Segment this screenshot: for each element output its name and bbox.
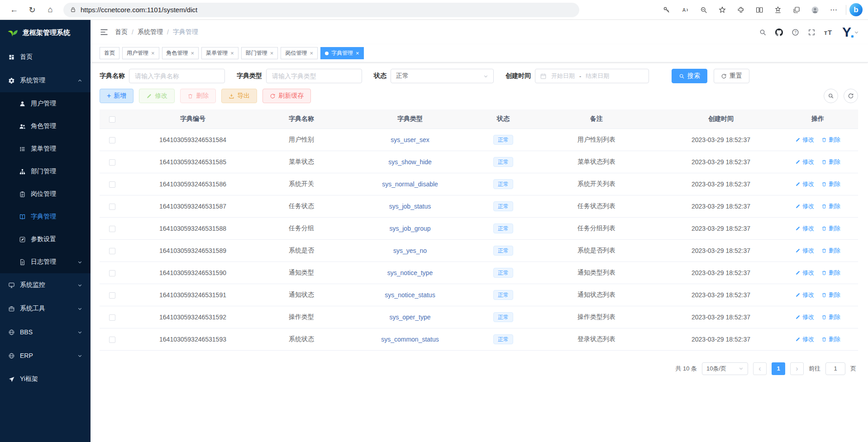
edit-row-link[interactable]: 修改	[795, 180, 814, 188]
delete-row-link[interactable]: 删除	[821, 313, 840, 321]
sidebar-item-dictionary[interactable]: 字典管理	[0, 205, 91, 228]
dict-type-link[interactable]: sys_job_group	[389, 225, 430, 232]
browser-refresh-button[interactable]: ↻	[24, 2, 41, 18]
delete-row-link[interactable]: 删除	[821, 224, 840, 233]
refresh-cache-button[interactable]: 刷新缓存	[262, 89, 311, 103]
sidebar-item-posts[interactable]: 岗位管理	[0, 183, 91, 205]
edit-row-link[interactable]: 修改	[795, 158, 814, 166]
tab-home[interactable]: 首页	[100, 47, 119, 59]
delete-row-link[interactable]: 删除	[821, 335, 840, 343]
delete-row-link[interactable]: 删除	[821, 269, 840, 277]
row-checkbox[interactable]	[109, 137, 115, 143]
tab-post-management[interactable]: 岗位管理 ×	[281, 47, 318, 59]
dict-type-link[interactable]: sys_normal_disable	[382, 181, 438, 188]
row-checkbox[interactable]	[109, 337, 115, 343]
user-avatar[interactable]: Y	[842, 25, 859, 39]
browser-back-button[interactable]: ←	[5, 2, 23, 18]
sidebar-item-monitoring[interactable]: 系统监控	[0, 273, 91, 297]
refresh-table-button[interactable]	[844, 89, 858, 103]
page-size-select[interactable]: 10条/页	[702, 362, 748, 375]
sidebar-item-home[interactable]: 首页	[0, 45, 91, 69]
delete-row-link[interactable]: 删除	[821, 136, 840, 144]
help-icon[interactable]: ?	[789, 25, 802, 39]
row-checkbox[interactable]	[109, 226, 115, 232]
key-icon[interactable]	[658, 2, 676, 18]
row-checkbox[interactable]	[109, 314, 115, 321]
status-select[interactable]: 正常	[391, 69, 494, 83]
dict-type-link[interactable]: sys_job_status	[389, 203, 431, 210]
edit-row-link[interactable]: 修改	[795, 136, 814, 144]
delete-row-link[interactable]: 删除	[821, 180, 840, 188]
edit-row-link[interactable]: 修改	[795, 335, 814, 343]
close-icon[interactable]: ×	[270, 50, 274, 56]
dict-type-link[interactable]: sys_oper_type	[389, 314, 430, 321]
row-checkbox[interactable]	[109, 204, 115, 210]
search-button[interactable]: 搜索	[672, 69, 707, 83]
dict-type-link[interactable]: sys_notice_status	[385, 291, 435, 299]
font-size-icon[interactable]: тT	[821, 25, 835, 39]
dict-type-link[interactable]: sys_user_sex	[391, 136, 429, 143]
sidebar-toggle-button[interactable]	[100, 28, 109, 37]
edit-row-link[interactable]: 修改	[795, 291, 814, 299]
dict-type-link[interactable]: sys_yes_no	[393, 247, 427, 254]
bing-icon[interactable]: b	[849, 3, 863, 16]
more-icon[interactable]: ⋯	[825, 2, 843, 18]
dict-type-link[interactable]: sys_show_hide	[388, 158, 432, 166]
sidebar-item-erp[interactable]: ERP	[0, 344, 91, 367]
sidebar-item-users[interactable]: 用户管理	[0, 92, 91, 115]
page-number-1[interactable]: 1	[772, 362, 785, 375]
sidebar-item-system[interactable]: 系统管理	[0, 69, 91, 92]
zoom-icon[interactable]	[695, 2, 713, 18]
sidebar-item-tools[interactable]: 系统工具	[0, 297, 91, 320]
edit-row-link[interactable]: 修改	[795, 269, 814, 277]
edit-row-link[interactable]: 修改	[795, 202, 814, 210]
github-icon[interactable]	[773, 25, 786, 39]
sidebar-item-parameters[interactable]: 参数设置	[0, 228, 91, 251]
sidebar-item-menus[interactable]: 菜单管理	[0, 138, 91, 160]
delete-row-link[interactable]: 删除	[821, 158, 840, 166]
sidebar-item-yi-framework[interactable]: Yi框架	[0, 367, 91, 391]
browser-address-bar[interactable]: https://ccnetcore.com:1101/system/dict	[63, 3, 579, 17]
dict-type-input[interactable]	[266, 69, 362, 83]
dict-name-input[interactable]	[129, 69, 225, 83]
favorites-bar-icon[interactable]	[769, 2, 787, 18]
close-icon[interactable]: ×	[191, 50, 195, 56]
close-icon[interactable]: ×	[151, 50, 155, 56]
close-icon[interactable]: ×	[356, 50, 359, 56]
date-range-picker[interactable]: 开始日期 - 结束日期	[535, 69, 649, 83]
row-checkbox[interactable]	[109, 159, 115, 166]
reset-button[interactable]: 重置	[714, 69, 749, 83]
delete-row-link[interactable]: 删除	[821, 202, 840, 210]
add-button[interactable]: + 新增	[100, 89, 134, 103]
close-icon[interactable]: ×	[230, 50, 234, 56]
fullscreen-icon[interactable]	[805, 25, 819, 39]
sidebar-item-bbs[interactable]: BBS	[0, 320, 91, 344]
edit-row-link[interactable]: 修改	[795, 313, 814, 321]
breadcrumb-home[interactable]: 首页	[115, 28, 128, 36]
edit-button[interactable]: 修改	[139, 89, 175, 103]
edit-row-link[interactable]: 修改	[795, 224, 814, 233]
split-screen-icon[interactable]	[750, 2, 768, 18]
sidebar-item-departments[interactable]: 部门管理	[0, 160, 91, 183]
header-search-icon[interactable]	[756, 25, 770, 39]
sidebar-item-logs[interactable]: 日志管理	[0, 251, 91, 273]
delete-row-link[interactable]: 删除	[821, 247, 840, 255]
goto-page-input[interactable]	[825, 362, 845, 375]
row-checkbox[interactable]	[109, 248, 115, 254]
next-page-button[interactable]: ›	[790, 362, 804, 375]
extensions-icon[interactable]	[732, 2, 750, 18]
favorites-add-icon[interactable]	[713, 2, 731, 18]
delete-row-link[interactable]: 删除	[821, 291, 840, 299]
toggle-search-button[interactable]	[824, 89, 838, 103]
dict-type-link[interactable]: sys_notice_type	[387, 269, 433, 276]
tab-department-management[interactable]: 部门管理 ×	[241, 47, 278, 59]
browser-home-button[interactable]: ⌂	[42, 2, 59, 18]
sidebar-item-roles[interactable]: 角色管理	[0, 115, 91, 138]
tab-user-management[interactable]: 用户管理 ×	[122, 47, 159, 59]
close-icon[interactable]: ×	[310, 50, 313, 56]
delete-button[interactable]: 删除	[180, 89, 216, 103]
tab-role-management[interactable]: 角色管理 ×	[162, 47, 199, 59]
tab-dictionary-management[interactable]: 字典管理 ×	[320, 47, 364, 59]
select-all-checkbox[interactable]	[109, 116, 115, 123]
tab-menu-management[interactable]: 菜单管理 ×	[201, 47, 238, 59]
